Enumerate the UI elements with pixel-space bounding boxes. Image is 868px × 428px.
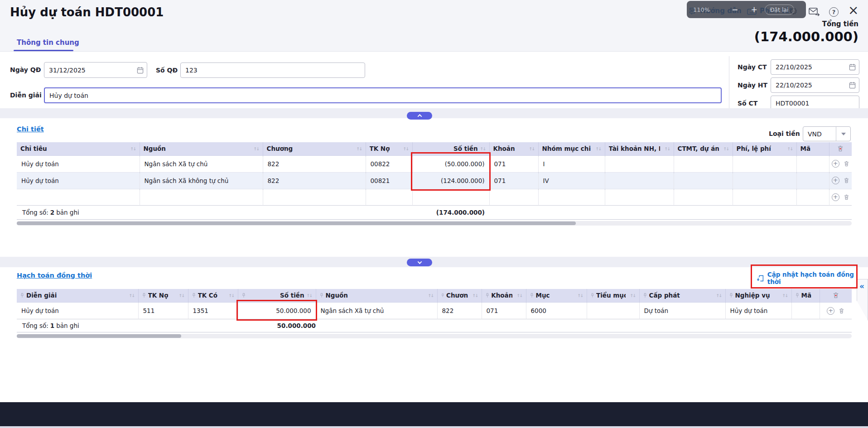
posting-date-input[interactable] bbox=[771, 77, 859, 93]
sort-icon[interactable]: ↑↓ bbox=[403, 146, 409, 151]
sort-icon[interactable]: ↑↓ bbox=[179, 293, 184, 298]
calendar-icon[interactable] bbox=[849, 63, 856, 71]
detail-section-link[interactable]: Chi tiết bbox=[17, 125, 44, 133]
col-so-tien[interactable]: Số tiền↑↓ bbox=[412, 142, 489, 155]
h-scrollbar-thumb[interactable] bbox=[17, 221, 576, 225]
col-nguon[interactable]: Nguồn↑↓ bbox=[316, 289, 437, 302]
sort-icon[interactable]: ↑↓ bbox=[723, 146, 729, 151]
delete-row-icon[interactable] bbox=[844, 177, 849, 184]
description-field bbox=[44, 87, 722, 103]
feedback-mail-icon[interactable] bbox=[809, 8, 820, 16]
calendar-icon[interactable] bbox=[849, 82, 856, 89]
col-phi-le-phi[interactable]: Phí, lệ phí↑↓ bbox=[733, 142, 796, 155]
simultaneous-section-link[interactable]: Hạch toán đồng thời bbox=[17, 272, 92, 279]
sort-icon[interactable]: ↑↓ bbox=[428, 293, 434, 298]
zoom-out-button[interactable]: − bbox=[732, 6, 738, 14]
col-ctmt-du-an[interactable]: CTMT, dự án↑↓ bbox=[674, 142, 733, 155]
pin-icon[interactable] bbox=[643, 293, 647, 298]
pin-icon[interactable] bbox=[729, 293, 733, 298]
col-ma[interactable]: Mã bbox=[791, 289, 820, 302]
col-actions[interactable] bbox=[820, 289, 852, 302]
add-row-icon[interactable]: + bbox=[832, 160, 839, 168]
pin-icon[interactable] bbox=[242, 293, 246, 298]
sort-icon[interactable]: ↑↓ bbox=[517, 293, 522, 298]
sort-icon[interactable]: ↑↓ bbox=[782, 293, 788, 298]
delete-row-icon[interactable] bbox=[839, 308, 844, 314]
col-tk-no[interactable]: TK Nợ↑↓ bbox=[138, 289, 188, 302]
col-tai-khoan-nh-kb[interactable]: Tài khoản NH, KB↑↓ bbox=[605, 142, 674, 155]
detail-h-scrollbar[interactable] bbox=[17, 221, 852, 226]
sort-icon[interactable]: ↑↓ bbox=[254, 146, 259, 151]
pin-icon[interactable] bbox=[486, 293, 489, 298]
add-row-icon[interactable]: + bbox=[832, 193, 839, 201]
col-so-tien[interactable]: Số tiền↑↓ bbox=[238, 289, 316, 302]
update-simultaneous-button[interactable]: Cập nhật hạch toán đồng thời bbox=[757, 271, 868, 285]
decision-number-input[interactable] bbox=[180, 63, 365, 78]
sort-icon[interactable]: ↑↓ bbox=[787, 146, 793, 151]
sort-icon[interactable]: ↑↓ bbox=[129, 293, 135, 298]
col-nhom-muc-chi[interactable]: Nhóm mục chi↑↓ bbox=[538, 142, 605, 155]
pin-icon[interactable] bbox=[192, 293, 196, 298]
pin-icon[interactable] bbox=[530, 293, 534, 298]
delete-all-icon[interactable] bbox=[837, 145, 844, 152]
pin-icon[interactable] bbox=[591, 293, 594, 298]
sort-icon[interactable]: ↑↓ bbox=[630, 293, 636, 298]
update-document-icon bbox=[757, 274, 764, 282]
expand-section-button[interactable] bbox=[407, 259, 432, 266]
col-chuong[interactable]: Chương↑↓ bbox=[437, 289, 482, 302]
col-khoan[interactable]: Khoản↑↓ bbox=[482, 289, 526, 302]
pin-icon[interactable] bbox=[441, 293, 444, 298]
zoom-in-button[interactable]: + bbox=[751, 6, 757, 14]
detail-row-empty: + bbox=[17, 189, 852, 206]
delete-row-icon[interactable] bbox=[844, 160, 849, 167]
close-icon[interactable]: × bbox=[848, 3, 858, 18]
col-nghiep-vu[interactable]: Nghiệp vụ↑↓ bbox=[725, 289, 791, 302]
sort-icon[interactable]: ↑↓ bbox=[473, 293, 478, 298]
sort-icon[interactable]: ↑↓ bbox=[596, 146, 601, 151]
col-chuong[interactable]: Chương↑↓ bbox=[263, 142, 366, 155]
h-scrollbar-thumb[interactable] bbox=[17, 334, 181, 338]
pin-icon[interactable] bbox=[796, 293, 799, 298]
pin-icon[interactable] bbox=[142, 293, 146, 298]
sort-icon[interactable]: ↑↓ bbox=[480, 146, 486, 151]
posting-date-label: Ngày HT bbox=[738, 82, 767, 89]
add-row-icon[interactable]: + bbox=[832, 177, 839, 184]
decision-date-input[interactable] bbox=[44, 62, 147, 78]
calendar-icon[interactable] bbox=[137, 67, 144, 74]
col-cap-phat[interactable]: Cấp phát↑↓ bbox=[639, 289, 725, 302]
add-row-icon[interactable]: + bbox=[827, 307, 834, 315]
currency-select[interactable]: VND bbox=[803, 126, 851, 141]
sort-icon[interactable]: ↑↓ bbox=[130, 146, 136, 151]
currency-label: Loại tiền bbox=[769, 130, 800, 137]
col-tk-no[interactable]: TK Nợ↑↓ bbox=[366, 142, 412, 155]
decision-date-field bbox=[44, 62, 147, 78]
sort-icon[interactable]: ↑↓ bbox=[229, 293, 234, 298]
sort-icon[interactable]: ↑↓ bbox=[357, 146, 362, 151]
tab-general-info[interactable]: Thông tin chung bbox=[17, 38, 79, 47]
pin-icon[interactable] bbox=[320, 293, 323, 298]
col-dien-giai[interactable]: Diễn giải↑↓ bbox=[17, 289, 138, 302]
col-muc[interactable]: Mục↑↓ bbox=[526, 289, 587, 302]
pin-icon[interactable] bbox=[20, 293, 24, 298]
sort-icon[interactable]: ↑↓ bbox=[529, 146, 535, 151]
sort-icon[interactable]: ↑↓ bbox=[665, 146, 670, 151]
document-date-field bbox=[771, 59, 859, 75]
collapse-form-button[interactable] bbox=[407, 112, 432, 120]
col-ma[interactable]: Mã bbox=[796, 142, 829, 155]
sort-icon[interactable]: ↑↓ bbox=[307, 293, 312, 298]
col-nguon[interactable]: Nguồn↑↓ bbox=[140, 142, 263, 155]
col-tk-co[interactable]: TK Có↑↓ bbox=[188, 289, 238, 302]
col-khoan[interactable]: Khoản↑↓ bbox=[489, 142, 538, 155]
simultaneous-h-scrollbar[interactable] bbox=[17, 334, 852, 338]
col-tieu-muc[interactable]: Tiểu mục↑↓ bbox=[587, 289, 639, 302]
col-chi-tieu[interactable]: Chỉ tiêu↑↓ bbox=[17, 142, 140, 155]
zoom-reset-button[interactable]: Đặt lại bbox=[765, 5, 794, 15]
sort-icon[interactable]: ↑↓ bbox=[578, 293, 583, 298]
description-input[interactable] bbox=[44, 87, 722, 103]
delete-all-icon[interactable] bbox=[833, 292, 839, 298]
sort-icon[interactable]: ↑↓ bbox=[716, 293, 722, 298]
delete-row-icon[interactable] bbox=[844, 194, 849, 201]
col-actions[interactable] bbox=[829, 142, 852, 155]
document-date-input[interactable] bbox=[771, 59, 859, 75]
help-icon[interactable]: ? bbox=[829, 7, 839, 17]
